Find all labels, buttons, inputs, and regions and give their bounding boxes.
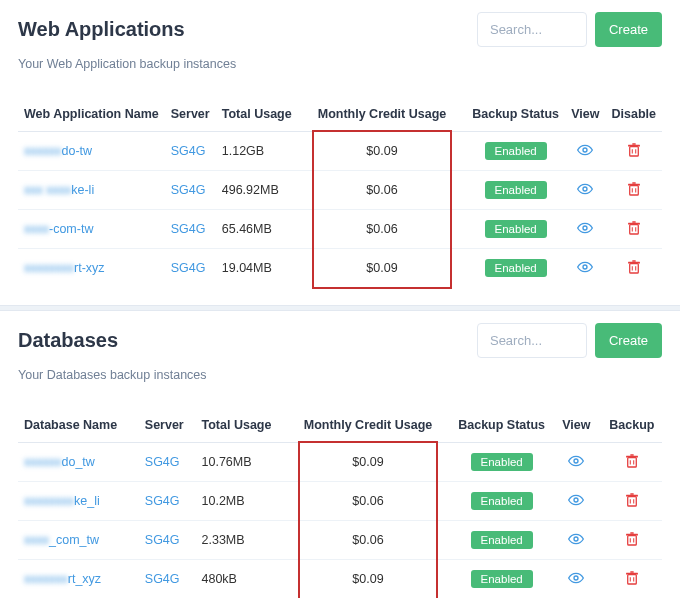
- table-row: xxxxxxdo-twSG4G1.12GB$0.09Enabled: [18, 132, 662, 171]
- eye-icon[interactable]: [568, 533, 584, 545]
- trash-icon[interactable]: [628, 143, 640, 157]
- trash-icon[interactable]: [628, 221, 640, 235]
- svg-rect-13: [629, 224, 638, 233]
- eye-icon[interactable]: [577, 144, 593, 156]
- eye-icon[interactable]: [577, 261, 593, 273]
- web-apps-title: Web Applications: [18, 18, 185, 41]
- server-link[interactable]: SG4G: [171, 222, 206, 236]
- col-usage: Total Usage: [216, 99, 298, 132]
- svg-point-30: [574, 498, 578, 502]
- status-badge: Enabled: [471, 531, 533, 549]
- trash-icon[interactable]: [626, 571, 638, 585]
- svg-rect-14: [628, 222, 640, 224]
- server-link[interactable]: SG4G: [145, 455, 180, 469]
- trash-icon[interactable]: [626, 532, 638, 546]
- status-badge: Enabled: [471, 492, 533, 510]
- svg-rect-25: [628, 457, 637, 466]
- status-badge: Enabled: [485, 142, 547, 160]
- app-name-suffix: do-tw: [62, 144, 93, 158]
- trash-icon[interactable]: [628, 182, 640, 196]
- eye-icon[interactable]: [568, 572, 584, 584]
- svg-rect-31: [628, 496, 637, 505]
- total-usage: 1.12GB: [216, 132, 298, 171]
- col-view: View: [551, 410, 602, 443]
- svg-point-24: [574, 459, 578, 463]
- svg-rect-19: [629, 263, 638, 272]
- app-name-link[interactable]: xxxx-com-tw: [24, 222, 93, 236]
- app-name-obscured: xxxxxx: [24, 455, 62, 469]
- svg-rect-44: [626, 572, 638, 574]
- svg-rect-1: [629, 146, 638, 155]
- server-link[interactable]: SG4G: [145, 533, 180, 547]
- app-name-link[interactable]: xxxx_com_tw: [24, 533, 99, 547]
- svg-rect-7: [629, 185, 638, 194]
- databases-create-button[interactable]: Create: [595, 323, 662, 358]
- monthly-credit-usage: $0.06: [298, 210, 467, 249]
- app-name-obscured: xxxxxxxx: [24, 494, 74, 508]
- table-row: xxxxxxxrt_xyzSG4G480kB$0.09Enabled: [18, 560, 662, 599]
- svg-rect-38: [626, 533, 638, 535]
- svg-rect-2: [628, 144, 640, 146]
- svg-rect-9: [632, 182, 635, 184]
- trash-icon[interactable]: [628, 260, 640, 274]
- server-link[interactable]: SG4G: [171, 183, 206, 197]
- web-apps-table-wrap: Web Application Name Server Total Usage …: [18, 99, 662, 287]
- eye-icon[interactable]: [568, 494, 584, 506]
- monthly-credit-usage: $0.09: [284, 443, 453, 482]
- server-link[interactable]: SG4G: [145, 572, 180, 586]
- svg-rect-37: [628, 535, 637, 544]
- monthly-credit-usage: $0.06: [284, 482, 453, 521]
- col-status: Backup Status: [452, 410, 551, 443]
- col-status: Backup Status: [466, 99, 565, 132]
- server-link[interactable]: SG4G: [171, 144, 206, 158]
- web-apps-section: Web Applications Create Your Web Applica…: [0, 0, 680, 287]
- monthly-credit-usage: $0.09: [284, 560, 453, 599]
- svg-point-42: [574, 576, 578, 580]
- col-mcu: Monthly Credit Usage: [298, 99, 467, 132]
- svg-rect-15: [632, 221, 635, 223]
- table-row: xxxxxxxxrt-xyzSG4G19.04MB$0.09Enabled: [18, 249, 662, 288]
- app-name-link[interactable]: xxxxxxxxke_li: [24, 494, 100, 508]
- svg-rect-27: [630, 454, 633, 456]
- col-name: Database Name: [18, 410, 139, 443]
- col-action: Backup: [602, 410, 662, 443]
- databases-search-input[interactable]: [477, 323, 587, 358]
- status-badge: Enabled: [471, 570, 533, 588]
- svg-rect-45: [630, 571, 633, 573]
- app-name-suffix: ke_li: [74, 494, 100, 508]
- eye-icon[interactable]: [577, 183, 593, 195]
- server-link[interactable]: SG4G: [171, 261, 206, 275]
- web-apps-search-input[interactable]: [477, 12, 587, 47]
- app-name-obscured: xxxx: [24, 222, 49, 236]
- svg-rect-20: [628, 261, 640, 263]
- total-usage: 19.04MB: [216, 249, 298, 288]
- app-name-suffix: rt_xyz: [68, 572, 101, 586]
- trash-icon[interactable]: [626, 493, 638, 507]
- app-name-link[interactable]: xxx xxxxke-li: [24, 183, 94, 197]
- svg-rect-32: [626, 494, 638, 496]
- app-name-obscured: xxx xxxx: [24, 183, 71, 197]
- col-name: Web Application Name: [18, 99, 165, 132]
- svg-rect-3: [632, 143, 635, 145]
- col-usage: Total Usage: [196, 410, 284, 443]
- monthly-credit-usage: $0.06: [298, 171, 467, 210]
- eye-icon[interactable]: [577, 222, 593, 234]
- total-usage: 480kB: [196, 560, 284, 599]
- eye-icon[interactable]: [568, 455, 584, 467]
- app-name-link[interactable]: xxxxxxdo_tw: [24, 455, 95, 469]
- table-row: xxxxxxdo_twSG4G10.76MB$0.09Enabled: [18, 443, 662, 482]
- web-apps-create-button[interactable]: Create: [595, 12, 662, 47]
- trash-icon[interactable]: [626, 454, 638, 468]
- app-name-link[interactable]: xxxxxxxrt_xyz: [24, 572, 101, 586]
- total-usage: 496.92MB: [216, 171, 298, 210]
- app-name-link[interactable]: xxxxxxxxrt-xyz: [24, 261, 105, 275]
- server-link[interactable]: SG4G: [145, 494, 180, 508]
- table-row: xxxx-com-twSG4G65.46MB$0.06Enabled: [18, 210, 662, 249]
- app-name-link[interactable]: xxxxxxdo-tw: [24, 144, 92, 158]
- svg-point-18: [583, 265, 587, 269]
- svg-rect-43: [628, 574, 637, 583]
- app-name-suffix: rt-xyz: [74, 261, 105, 275]
- table-row: xxx xxxxke-liSG4G496.92MB$0.06Enabled: [18, 171, 662, 210]
- total-usage: 65.46MB: [216, 210, 298, 249]
- svg-point-0: [583, 148, 587, 152]
